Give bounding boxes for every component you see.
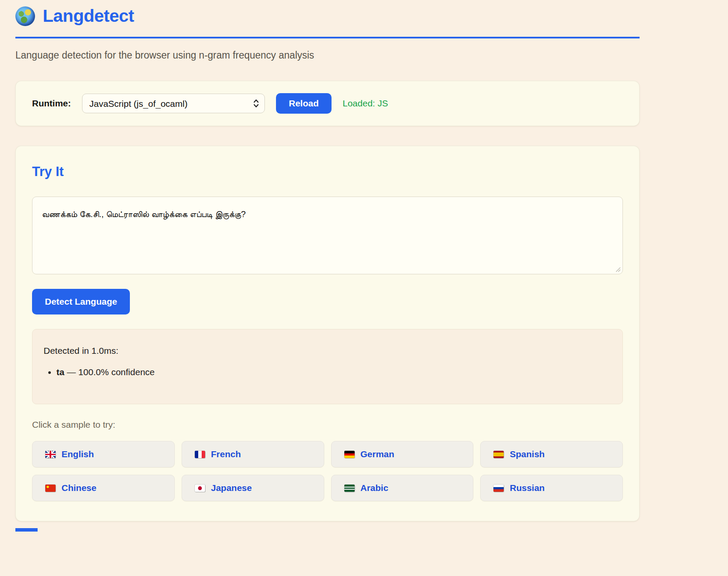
app-title: Langdetect	[43, 6, 134, 26]
app-subtitle: Language detection for the browser using…	[15, 50, 640, 61]
runtime-label: Runtime:	[32, 98, 71, 109]
reload-button[interactable]: Reload	[276, 93, 332, 114]
runtime-select-wrap: JavaScript (js_of_ocaml)	[82, 94, 265, 113]
page-container: Langdetect Language detection for the br…	[15, 0, 640, 532]
next-section-divider	[15, 528, 38, 532]
resize-handle-icon[interactable]	[615, 266, 621, 272]
result-summary: Detected in 1.0ms:	[44, 346, 611, 356]
sample-button-russian[interactable]: Russian	[480, 475, 623, 501]
header-divider	[15, 37, 640, 38]
sample-label: Arabic	[361, 483, 388, 493]
try-it-heading: Try It	[32, 164, 623, 179]
runtime-bar: Runtime: JavaScript (js_of_ocaml) Reload…	[15, 81, 640, 126]
globe-icon	[15, 6, 35, 26]
result-confidence: — 100.0% confidence	[67, 367, 155, 377]
saudi-arabia-flag-icon	[344, 485, 355, 492]
header: Langdetect	[15, 6, 640, 26]
sample-button-german[interactable]: German	[331, 441, 474, 467]
load-status: Loaded: JS	[343, 98, 388, 109]
try-it-card: Try It வணக்கம் கே.சி., மெட்ராஸில் வாழ்க்…	[15, 146, 640, 521]
uk-flag-icon	[45, 451, 56, 458]
sample-button-arabic[interactable]: Arabic	[331, 475, 474, 501]
japan-flag-icon	[195, 485, 205, 492]
sample-button-english[interactable]: English	[32, 441, 175, 467]
sample-label: Russian	[510, 483, 545, 493]
germany-flag-icon	[344, 451, 355, 458]
samples-grid: English French German Spanish Chinese Ja…	[32, 441, 623, 501]
sample-label: Chinese	[62, 483, 97, 493]
sample-label: French	[211, 449, 241, 459]
sample-label: Spanish	[510, 449, 545, 459]
input-textarea[interactable]: வணக்கம் கே.சி., மெட்ராஸில் வாழ்க்கை எப்ப…	[32, 197, 623, 274]
sample-label: German	[361, 449, 394, 459]
result-item: ta — 100.0% confidence	[56, 367, 611, 377]
spain-flag-icon	[493, 451, 504, 458]
sample-label: Japanese	[211, 483, 252, 493]
sample-button-french[interactable]: French	[182, 441, 324, 467]
result-lang: ta	[56, 367, 65, 377]
france-flag-icon	[195, 451, 205, 458]
sample-button-japanese[interactable]: Japanese	[182, 475, 324, 501]
samples-caption: Click a sample to try:	[32, 420, 623, 430]
sample-button-chinese[interactable]: Chinese	[32, 475, 175, 501]
runtime-select[interactable]: JavaScript (js_of_ocaml)	[82, 94, 265, 113]
detection-result: Detected in 1.0ms: ta — 100.0% confidenc…	[32, 329, 623, 404]
detect-language-button[interactable]: Detect Language	[32, 289, 130, 314]
china-flag-icon	[45, 485, 56, 492]
sample-button-spanish[interactable]: Spanish	[480, 441, 623, 467]
result-list: ta — 100.0% confidence	[44, 367, 611, 377]
sample-label: English	[62, 449, 94, 459]
textarea-wrap: வணக்கம் கே.சி., மெட்ராஸில் வாழ்க்கை எப்ப…	[32, 197, 623, 274]
russia-flag-icon	[493, 485, 504, 492]
